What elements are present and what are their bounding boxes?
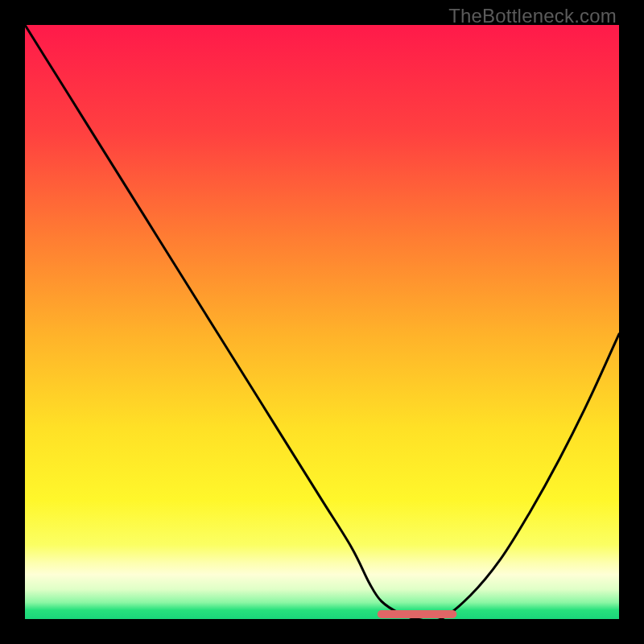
plot-area [25, 25, 619, 619]
watermark-text: TheBottleneck.com [448, 5, 617, 27]
gradient-background [25, 25, 619, 619]
chart-svg [25, 25, 619, 619]
chart-frame: TheBottleneck.com [0, 0, 644, 644]
